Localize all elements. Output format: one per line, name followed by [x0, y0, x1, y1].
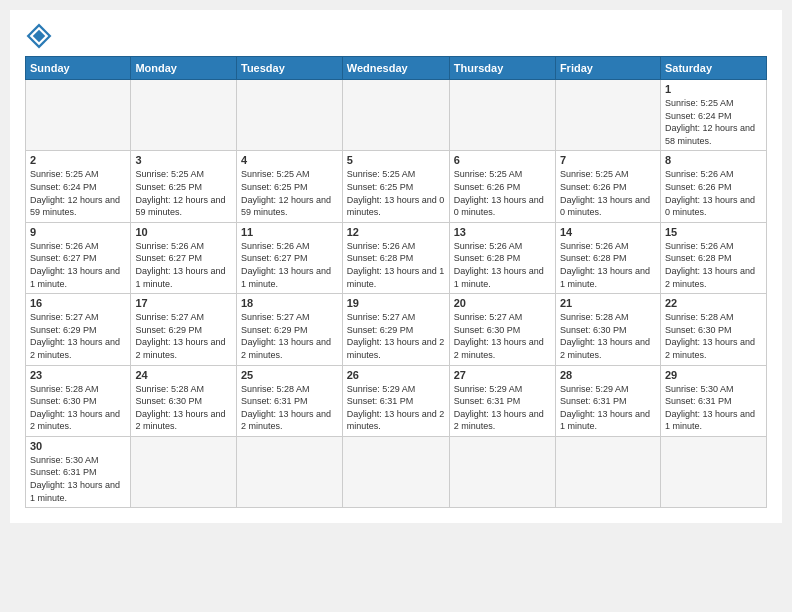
calendar-cell	[342, 436, 449, 507]
calendar-cell: 19Sunrise: 5:27 AMSunset: 6:29 PMDayligh…	[342, 294, 449, 365]
generalblue-icon	[25, 22, 53, 50]
weekday-header-sunday: Sunday	[26, 57, 131, 80]
day-info: Sunrise: 5:25 AMSunset: 6:24 PMDaylight:…	[30, 168, 126, 218]
day-number: 24	[135, 369, 232, 381]
day-number: 15	[665, 226, 762, 238]
day-number: 2	[30, 154, 126, 166]
day-info: Sunrise: 5:27 AMSunset: 6:29 PMDaylight:…	[241, 311, 338, 361]
day-info: Sunrise: 5:27 AMSunset: 6:30 PMDaylight:…	[454, 311, 551, 361]
day-number: 23	[30, 369, 126, 381]
day-number: 18	[241, 297, 338, 309]
weekday-header-thursday: Thursday	[449, 57, 555, 80]
day-info: Sunrise: 5:28 AMSunset: 6:31 PMDaylight:…	[241, 383, 338, 433]
weekday-header-monday: Monday	[131, 57, 237, 80]
calendar-cell: 13Sunrise: 5:26 AMSunset: 6:28 PMDayligh…	[449, 222, 555, 293]
week-row-5: 30Sunrise: 5:30 AMSunset: 6:31 PMDayligh…	[26, 436, 767, 507]
calendar-cell	[236, 80, 342, 151]
calendar-cell: 29Sunrise: 5:30 AMSunset: 6:31 PMDayligh…	[660, 365, 766, 436]
calendar-cell: 4Sunrise: 5:25 AMSunset: 6:25 PMDaylight…	[236, 151, 342, 222]
calendar-cell	[131, 436, 237, 507]
day-number: 7	[560, 154, 656, 166]
calendar-cell	[449, 80, 555, 151]
day-info: Sunrise: 5:28 AMSunset: 6:30 PMDaylight:…	[560, 311, 656, 361]
calendar-table: SundayMondayTuesdayWednesdayThursdayFrid…	[25, 56, 767, 508]
calendar-cell: 21Sunrise: 5:28 AMSunset: 6:30 PMDayligh…	[555, 294, 660, 365]
day-info: Sunrise: 5:30 AMSunset: 6:31 PMDaylight:…	[665, 383, 762, 433]
calendar-cell	[660, 436, 766, 507]
day-info: Sunrise: 5:26 AMSunset: 6:26 PMDaylight:…	[665, 168, 762, 218]
day-number: 17	[135, 297, 232, 309]
calendar-cell: 20Sunrise: 5:27 AMSunset: 6:30 PMDayligh…	[449, 294, 555, 365]
calendar-cell: 27Sunrise: 5:29 AMSunset: 6:31 PMDayligh…	[449, 365, 555, 436]
day-number: 6	[454, 154, 551, 166]
day-info: Sunrise: 5:28 AMSunset: 6:30 PMDaylight:…	[135, 383, 232, 433]
day-info: Sunrise: 5:26 AMSunset: 6:28 PMDaylight:…	[347, 240, 445, 290]
calendar-cell: 11Sunrise: 5:26 AMSunset: 6:27 PMDayligh…	[236, 222, 342, 293]
calendar-cell: 5Sunrise: 5:25 AMSunset: 6:25 PMDaylight…	[342, 151, 449, 222]
calendar-cell: 30Sunrise: 5:30 AMSunset: 6:31 PMDayligh…	[26, 436, 131, 507]
week-row-3: 16Sunrise: 5:27 AMSunset: 6:29 PMDayligh…	[26, 294, 767, 365]
day-info: Sunrise: 5:25 AMSunset: 6:25 PMDaylight:…	[347, 168, 445, 218]
day-number: 19	[347, 297, 445, 309]
calendar-cell	[449, 436, 555, 507]
calendar-cell	[342, 80, 449, 151]
calendar-cell: 7Sunrise: 5:25 AMSunset: 6:26 PMDaylight…	[555, 151, 660, 222]
day-number: 13	[454, 226, 551, 238]
day-number: 27	[454, 369, 551, 381]
day-number: 22	[665, 297, 762, 309]
day-info: Sunrise: 5:28 AMSunset: 6:30 PMDaylight:…	[665, 311, 762, 361]
calendar-cell: 3Sunrise: 5:25 AMSunset: 6:25 PMDaylight…	[131, 151, 237, 222]
day-number: 9	[30, 226, 126, 238]
day-info: Sunrise: 5:25 AMSunset: 6:25 PMDaylight:…	[135, 168, 232, 218]
day-number: 14	[560, 226, 656, 238]
week-row-1: 2Sunrise: 5:25 AMSunset: 6:24 PMDaylight…	[26, 151, 767, 222]
calendar-cell	[236, 436, 342, 507]
day-info: Sunrise: 5:30 AMSunset: 6:31 PMDaylight:…	[30, 454, 126, 504]
day-info: Sunrise: 5:27 AMSunset: 6:29 PMDaylight:…	[30, 311, 126, 361]
weekday-header-row: SundayMondayTuesdayWednesdayThursdayFrid…	[26, 57, 767, 80]
day-number: 1	[665, 83, 762, 95]
day-number: 5	[347, 154, 445, 166]
calendar-cell: 18Sunrise: 5:27 AMSunset: 6:29 PMDayligh…	[236, 294, 342, 365]
day-number: 11	[241, 226, 338, 238]
calendar-cell: 2Sunrise: 5:25 AMSunset: 6:24 PMDaylight…	[26, 151, 131, 222]
day-info: Sunrise: 5:27 AMSunset: 6:29 PMDaylight:…	[347, 311, 445, 361]
day-info: Sunrise: 5:25 AMSunset: 6:26 PMDaylight:…	[454, 168, 551, 218]
day-info: Sunrise: 5:26 AMSunset: 6:27 PMDaylight:…	[241, 240, 338, 290]
day-info: Sunrise: 5:25 AMSunset: 6:24 PMDaylight:…	[665, 97, 762, 147]
day-number: 28	[560, 369, 656, 381]
weekday-header-tuesday: Tuesday	[236, 57, 342, 80]
day-number: 20	[454, 297, 551, 309]
week-row-4: 23Sunrise: 5:28 AMSunset: 6:30 PMDayligh…	[26, 365, 767, 436]
day-info: Sunrise: 5:26 AMSunset: 6:28 PMDaylight:…	[454, 240, 551, 290]
logo	[25, 20, 57, 50]
week-row-0: 1Sunrise: 5:25 AMSunset: 6:24 PMDaylight…	[26, 80, 767, 151]
day-info: Sunrise: 5:26 AMSunset: 6:27 PMDaylight:…	[30, 240, 126, 290]
day-number: 25	[241, 369, 338, 381]
calendar-cell: 1Sunrise: 5:25 AMSunset: 6:24 PMDaylight…	[660, 80, 766, 151]
week-row-2: 9Sunrise: 5:26 AMSunset: 6:27 PMDaylight…	[26, 222, 767, 293]
day-number: 29	[665, 369, 762, 381]
header	[25, 20, 767, 50]
calendar-cell	[131, 80, 237, 151]
calendar-cell: 8Sunrise: 5:26 AMSunset: 6:26 PMDaylight…	[660, 151, 766, 222]
day-number: 30	[30, 440, 126, 452]
day-number: 4	[241, 154, 338, 166]
calendar-cell: 15Sunrise: 5:26 AMSunset: 6:28 PMDayligh…	[660, 222, 766, 293]
calendar-cell	[26, 80, 131, 151]
day-number: 12	[347, 226, 445, 238]
calendar-cell: 24Sunrise: 5:28 AMSunset: 6:30 PMDayligh…	[131, 365, 237, 436]
calendar-cell: 14Sunrise: 5:26 AMSunset: 6:28 PMDayligh…	[555, 222, 660, 293]
calendar-cell: 10Sunrise: 5:26 AMSunset: 6:27 PMDayligh…	[131, 222, 237, 293]
day-info: Sunrise: 5:29 AMSunset: 6:31 PMDaylight:…	[347, 383, 445, 433]
day-number: 8	[665, 154, 762, 166]
calendar-cell: 17Sunrise: 5:27 AMSunset: 6:29 PMDayligh…	[131, 294, 237, 365]
calendar-cell: 25Sunrise: 5:28 AMSunset: 6:31 PMDayligh…	[236, 365, 342, 436]
day-info: Sunrise: 5:27 AMSunset: 6:29 PMDaylight:…	[135, 311, 232, 361]
day-number: 21	[560, 297, 656, 309]
day-number: 10	[135, 226, 232, 238]
weekday-header-friday: Friday	[555, 57, 660, 80]
day-info: Sunrise: 5:26 AMSunset: 6:28 PMDaylight:…	[560, 240, 656, 290]
calendar-cell: 16Sunrise: 5:27 AMSunset: 6:29 PMDayligh…	[26, 294, 131, 365]
day-info: Sunrise: 5:29 AMSunset: 6:31 PMDaylight:…	[560, 383, 656, 433]
